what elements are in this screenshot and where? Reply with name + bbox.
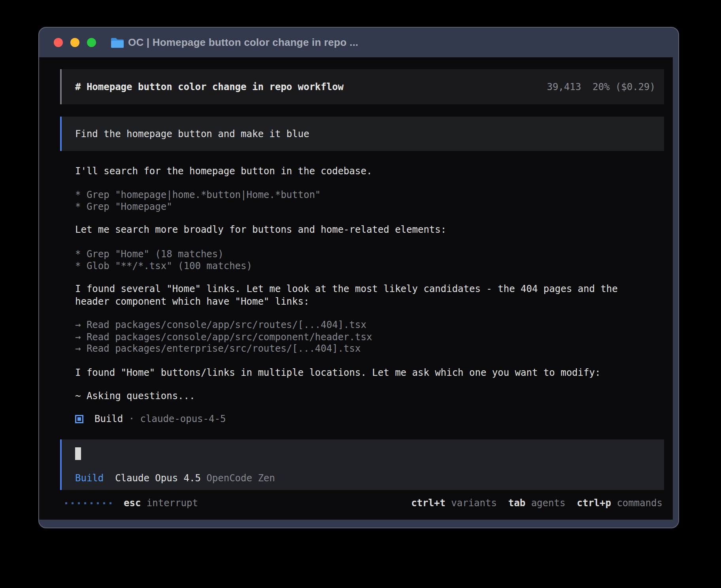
shortcut-label: commands bbox=[611, 498, 662, 509]
tool-call-read: → Read packages/enterprise/src/routes/[.… bbox=[75, 343, 360, 354]
assistant-text: I'll search for the homepage button in t… bbox=[75, 165, 372, 177]
shortcut-label: variants bbox=[445, 498, 497, 509]
input-footer: Build Claude Opus 4.5 OpenCode Zen bbox=[75, 472, 651, 484]
token-count: 39,413 bbox=[547, 81, 581, 92]
status-left: esc interrupt bbox=[65, 498, 198, 509]
shortcut-key: ctrl+t bbox=[411, 498, 445, 509]
model-label[interactable]: Claude Opus 4.5 bbox=[104, 473, 201, 484]
tool-call-grep: * Grep "homepage|home.*button|Home.*butt… bbox=[75, 189, 321, 201]
provider-label: OpenCode Zen bbox=[201, 473, 275, 484]
assistant-text: I found several "Home" links. Let me loo… bbox=[75, 283, 618, 295]
close-button[interactable] bbox=[54, 38, 63, 47]
terminal-window: OC | Homepage button color change in rep… bbox=[38, 27, 679, 528]
user-message-text: Find the homepage button and make it blu… bbox=[75, 128, 309, 139]
shortcut-key: tab bbox=[508, 498, 525, 509]
context-cost: 20% ($0.29) bbox=[593, 81, 655, 92]
esc-label: interrupt bbox=[141, 498, 198, 509]
status-text-asking: ~ Asking questions... bbox=[75, 390, 195, 402]
text-cursor bbox=[75, 447, 81, 460]
prompt-input[interactable]: Build Claude Opus 4.5 OpenCode Zen bbox=[60, 439, 664, 490]
tool-call-grep: * Grep "Home" (18 matches) bbox=[75, 248, 224, 260]
scrollbar-track[interactable] bbox=[673, 57, 678, 520]
user-message: Find the homepage button and make it blu… bbox=[60, 117, 664, 151]
status-bar: esc interrupt ctrl+t variants tab agents… bbox=[65, 497, 662, 509]
tool-call-grep: * Grep "Homepage" bbox=[75, 201, 172, 213]
tool-call-read: → Read packages/console/app/src/componen… bbox=[75, 331, 372, 343]
maximize-button[interactable] bbox=[87, 38, 96, 47]
mode-label[interactable]: Build bbox=[75, 473, 104, 484]
tool-call-glob: * Glob "**/*.tsx" (100 matches) bbox=[75, 260, 252, 272]
assistant-text: Let me search more broadly for buttons a… bbox=[75, 224, 446, 236]
titlebar[interactable]: OC | Homepage button color change in rep… bbox=[39, 28, 678, 57]
window-title: OC | Homepage button color change in rep… bbox=[128, 36, 359, 49]
agent-task-row: Build · claude-opus-4-5 bbox=[75, 413, 226, 425]
terminal-content: # Homepage button color change in repo w… bbox=[39, 57, 674, 520]
assistant-text: I found "Home" buttons/links in multiple… bbox=[75, 367, 600, 379]
session-title: # Homepage button color change in repo w… bbox=[75, 81, 344, 92]
status-shortcuts: ctrl+t variants tab agents ctrl+p comman… bbox=[366, 486, 662, 520]
assistant-text: header component which have "Home" links… bbox=[75, 296, 309, 307]
tool-call-read: → Read packages/console/app/src/routes/[… bbox=[75, 319, 366, 331]
session-stats: 39,413 20% ($0.29) bbox=[547, 81, 655, 92]
agent-name: Build bbox=[94, 413, 123, 424]
agent-checkbox-icon bbox=[75, 415, 83, 423]
separator bbox=[565, 498, 577, 509]
activity-dots-icon bbox=[65, 502, 111, 504]
agent-model: · claude-opus-4-5 bbox=[123, 413, 226, 424]
shortcut-key: ctrl+p bbox=[577, 498, 611, 509]
session-header: # Homepage button color change in repo w… bbox=[60, 69, 664, 104]
minimize-button[interactable] bbox=[70, 38, 79, 47]
folder-icon bbox=[111, 37, 124, 48]
esc-key-hint: esc bbox=[124, 498, 141, 509]
shortcut-label: agents bbox=[525, 498, 565, 509]
separator bbox=[497, 498, 508, 509]
